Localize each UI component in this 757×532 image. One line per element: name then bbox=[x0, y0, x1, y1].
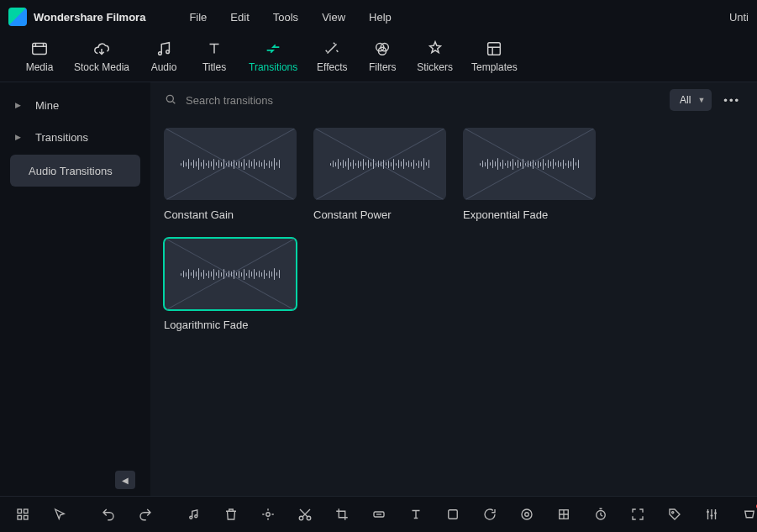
cursor-icon[interactable] bbox=[52, 506, 67, 523]
audio-icon bbox=[155, 40, 173, 58]
menu-file[interactable]: File bbox=[189, 11, 207, 24]
thumbnail bbox=[164, 128, 297, 200]
keyframe-icon[interactable] bbox=[445, 506, 460, 523]
collapse-sidebar-button[interactable]: ◀ bbox=[115, 471, 135, 489]
svg-rect-18 bbox=[449, 510, 458, 519]
stickers-icon bbox=[426, 40, 444, 58]
caret-right-icon: ▶ bbox=[15, 101, 27, 109]
mask-icon[interactable] bbox=[556, 506, 571, 523]
svg-point-14 bbox=[266, 513, 271, 517]
tab-titles[interactable]: Titles bbox=[190, 36, 239, 76]
titles-icon bbox=[205, 40, 223, 58]
document-title: Unti bbox=[729, 11, 749, 24]
tab-label: Templates bbox=[471, 61, 518, 73]
tab-effects[interactable]: Effects bbox=[308, 36, 356, 76]
svg-point-19 bbox=[522, 509, 532, 519]
undo-icon[interactable] bbox=[101, 506, 116, 523]
audio-edit-icon[interactable] bbox=[187, 506, 202, 523]
waveform-icon bbox=[181, 158, 281, 170]
record-icon[interactable] bbox=[741, 506, 757, 523]
menu-edit[interactable]: Edit bbox=[230, 11, 249, 24]
app-title: Wondershare Filmora bbox=[34, 11, 145, 24]
content-panel: All ▼ ••• Constant Gain Co bbox=[150, 82, 757, 496]
cut-icon[interactable] bbox=[297, 506, 313, 523]
transitions-icon bbox=[264, 40, 282, 58]
card-label: Exponential Fade bbox=[463, 208, 596, 221]
templates-icon bbox=[485, 40, 503, 58]
text-icon[interactable] bbox=[408, 506, 423, 523]
titlebar: Wondershare Filmora File Edit Tools View… bbox=[0, 0, 757, 34]
tab-label: Audio bbox=[151, 61, 177, 73]
search-icon bbox=[164, 92, 177, 108]
tab-label: Titles bbox=[202, 61, 226, 73]
svg-point-13 bbox=[195, 515, 197, 518]
timer-icon[interactable] bbox=[593, 506, 608, 523]
card-constant-power[interactable]: Constant Power bbox=[313, 128, 446, 221]
card-logarithmic-fade[interactable]: Logarithmic Fade bbox=[164, 238, 297, 331]
effects-icon bbox=[323, 40, 341, 58]
more-options-button[interactable]: ••• bbox=[720, 91, 744, 110]
thumbnail bbox=[164, 238, 297, 310]
workspace: ▶ Mine ▶ Transitions Audio Transitions ◀… bbox=[0, 82, 757, 496]
sidebar-item-mine[interactable]: ▶ Mine bbox=[0, 89, 150, 121]
svg-rect-8 bbox=[18, 509, 22, 514]
tab-media[interactable]: Media bbox=[15, 36, 64, 76]
tag-icon[interactable] bbox=[667, 506, 682, 523]
tab-transitions[interactable]: Transitions bbox=[240, 36, 306, 76]
sidebar-item-label: Transitions bbox=[35, 131, 88, 144]
sidebar-item-label: Audio Transitions bbox=[29, 165, 113, 177]
tab-stickers[interactable]: Stickers bbox=[408, 36, 461, 76]
waveform-icon bbox=[480, 158, 580, 170]
search bbox=[164, 92, 404, 108]
tab-stock-media[interactable]: Stock Media bbox=[66, 36, 138, 76]
tab-label: Effects bbox=[317, 61, 347, 73]
filter-label: All bbox=[680, 94, 691, 106]
marker-icon[interactable] bbox=[260, 506, 276, 523]
timeline-toolbar bbox=[0, 496, 757, 532]
delete-icon[interactable] bbox=[223, 506, 239, 523]
svg-point-7 bbox=[166, 95, 173, 102]
sidebar-item-audio-transitions[interactable]: Audio Transitions bbox=[10, 155, 140, 187]
color-icon[interactable] bbox=[519, 506, 534, 523]
expand-icon[interactable] bbox=[630, 506, 645, 523]
redo-icon[interactable] bbox=[138, 506, 153, 523]
card-exponential-fade[interactable]: Exponential Fade bbox=[463, 128, 596, 221]
tab-filters[interactable]: Filters bbox=[358, 36, 407, 76]
chevron-down-icon: ▼ bbox=[697, 96, 705, 104]
waveform-icon bbox=[330, 158, 430, 170]
tab-label: Media bbox=[26, 61, 54, 73]
tab-label: Filters bbox=[369, 61, 397, 73]
tab-label: Stickers bbox=[417, 61, 453, 73]
transitions-grid: Constant Gain Constant Power Exponential… bbox=[150, 118, 757, 496]
grid-view-icon[interactable] bbox=[15, 506, 30, 523]
rotate-icon[interactable] bbox=[482, 506, 497, 523]
cloud-icon bbox=[92, 40, 111, 58]
chevron-left-icon: ◀ bbox=[122, 476, 129, 485]
speed-icon[interactable] bbox=[371, 506, 386, 523]
search-input[interactable] bbox=[186, 94, 404, 107]
tab-label: Transitions bbox=[249, 61, 297, 73]
more-icon: ••• bbox=[723, 94, 740, 107]
thumbnail bbox=[313, 128, 446, 200]
sidebar-item-transitions[interactable]: ▶ Transitions bbox=[0, 121, 150, 153]
sidebar-item-label: Mine bbox=[35, 99, 59, 112]
tab-templates[interactable]: Templates bbox=[463, 36, 526, 76]
menu-view[interactable]: View bbox=[322, 11, 345, 24]
card-constant-gain[interactable]: Constant Gain bbox=[164, 128, 297, 221]
svg-point-23 bbox=[672, 512, 674, 514]
tab-audio[interactable]: Audio bbox=[139, 36, 188, 76]
content-header: All ▼ ••• bbox=[150, 82, 757, 118]
svg-rect-10 bbox=[18, 516, 22, 520]
menu-help[interactable]: Help bbox=[369, 11, 392, 24]
svg-rect-0 bbox=[33, 44, 47, 55]
svg-rect-9 bbox=[24, 509, 29, 514]
media-icon bbox=[30, 40, 49, 58]
card-label: Constant Gain bbox=[164, 208, 297, 221]
crop-icon[interactable] bbox=[334, 506, 350, 523]
filter-dropdown[interactable]: All ▼ bbox=[670, 89, 712, 111]
thumbnail bbox=[463, 128, 596, 200]
svg-point-2 bbox=[166, 50, 170, 54]
app-logo-icon bbox=[8, 8, 27, 26]
adjust-icon[interactable] bbox=[704, 506, 719, 523]
menu-tools[interactable]: Tools bbox=[273, 11, 298, 24]
